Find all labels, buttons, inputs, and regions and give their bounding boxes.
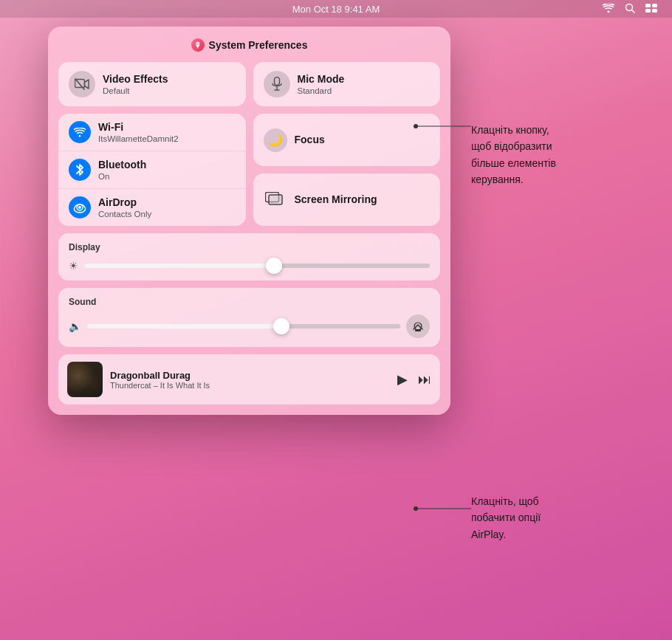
panel-title: 🎙 System Preferences: [58, 38, 440, 52]
callout-2-text: Клацніть, щобпобачити опціїAirPlay.: [471, 493, 541, 543]
wifi-sublabel: ItsWillametteDamnit2: [98, 134, 179, 143]
screen-mirroring-card[interactable]: Screen Mirroring: [253, 173, 441, 226]
airdrop-item[interactable]: AirDrop Contacts Only: [58, 189, 246, 226]
callout-1: Клацніть кнопку,щоб відобразитибільше ел…: [471, 122, 556, 188]
play-button[interactable]: ▶: [397, 371, 408, 388]
svg-point-19: [414, 124, 418, 128]
volume-slider-row: 🔈: [69, 314, 430, 338]
mic-mode-icon: [264, 71, 290, 97]
menubar: Mon Oct 18 9:41 AM: [0, 0, 672, 18]
mic-mode-card[interactable]: Mic Mode Standard: [253, 62, 441, 106]
wifi-text: Wi-Fi ItsWillametteDamnit2: [98, 121, 179, 143]
screen-mirroring-label: Screen Mirroring: [295, 193, 377, 206]
video-effects-icon: [69, 71, 95, 97]
menubar-time: Mon Oct 18 9:41 AM: [292, 4, 380, 15]
airdrop-icon: [69, 196, 91, 219]
skip-button[interactable]: ⏭: [418, 372, 431, 388]
brightness-slider[interactable]: [84, 264, 430, 268]
search-menubar-icon[interactable]: [625, 3, 635, 16]
svg-point-13: [78, 206, 81, 209]
mid-row: Wi-Fi ItsWillametteDamnit2 Bluetooth On: [58, 114, 440, 226]
sound-section: Sound 🔈: [58, 288, 440, 347]
right-group: 🌙 Focus Screen Mirroring: [253, 114, 441, 226]
callout-2: Клацніть, щобпобачити опціїAirPlay.: [471, 493, 541, 543]
airdrop-sublabel: Contacts Only: [98, 210, 151, 219]
now-playing-artist: Thundercat – It Is What It Is: [110, 381, 390, 390]
mic-mode-label: Mic Mode: [298, 73, 345, 86]
brightness-slider-row: ☀: [69, 260, 430, 272]
video-effects-card[interactable]: Video Effects Default: [58, 62, 246, 106]
svg-rect-2: [645, 4, 651, 7]
bluetooth-icon: [69, 159, 91, 181]
focus-card[interactable]: 🌙 Focus: [253, 114, 441, 166]
svg-rect-5: [652, 9, 657, 13]
svg-rect-4: [645, 9, 651, 13]
airplay-button[interactable]: [406, 314, 430, 338]
video-effects-sublabel: Default: [103, 86, 168, 95]
mic-mode-sublabel: Standard: [298, 86, 345, 95]
wifi-menubar-icon[interactable]: [603, 3, 614, 15]
album-art: [67, 362, 103, 397]
callout-1-text: Клацніть кнопку,щоб відобразитибільше ел…: [471, 122, 556, 188]
menubar-right: [603, 3, 657, 16]
airdrop-label: AirDrop: [98, 196, 151, 209]
now-playing-info: Dragonball Durag Thundercat – It Is What…: [110, 370, 390, 390]
video-effects-label: Video Effects: [103, 73, 168, 86]
bluetooth-item[interactable]: Bluetooth On: [58, 151, 246, 189]
now-playing-section: Dragonball Durag Thundercat – It Is What…: [58, 354, 440, 405]
wifi-label: Wi-Fi: [98, 121, 179, 134]
focus-icon: 🌙: [264, 128, 287, 152]
wifi-item[interactable]: Wi-Fi ItsWillametteDamnit2: [58, 114, 246, 151]
brightness-low-icon: ☀: [69, 260, 78, 272]
wifi-icon: [69, 121, 91, 143]
volume-icon: 🔈: [69, 320, 81, 332]
bluetooth-sublabel: On: [98, 172, 146, 181]
mic-mode-text: Mic Mode Standard: [298, 73, 345, 95]
svg-rect-9: [274, 78, 279, 86]
svg-point-17: [414, 323, 422, 330]
panel-title-icon: 🎙: [191, 38, 205, 52]
svg-rect-3: [652, 4, 657, 7]
airdrop-text: AirDrop Contacts Only: [98, 196, 151, 219]
display-label: Display: [69, 242, 430, 252]
top-row: Video Effects Default Mic Mode Standard: [58, 62, 440, 106]
svg-point-21: [414, 506, 418, 511]
volume-slider[interactable]: [87, 324, 400, 328]
network-group: Wi-Fi ItsWillametteDamnit2 Bluetooth On: [58, 114, 246, 226]
now-playing-controls: ▶ ⏭: [397, 371, 431, 388]
video-effects-text: Video Effects Default: [103, 73, 168, 95]
focus-label: Focus: [295, 134, 325, 146]
screen-mirroring-icon: [264, 188, 287, 212]
svg-rect-15: [269, 195, 282, 204]
control-center-panel: 🎙 System Preferences Video Effects Defau…: [48, 27, 450, 415]
display-section: Display ☀: [58, 233, 440, 281]
panel-title-text: System Preferences: [209, 39, 308, 51]
bluetooth-label: Bluetooth: [98, 159, 146, 171]
bluetooth-text: Bluetooth On: [98, 159, 146, 181]
svg-line-1: [632, 10, 635, 13]
control-center-menubar-icon[interactable]: [645, 3, 657, 15]
now-playing-title: Dragonball Durag: [110, 370, 390, 381]
sound-label: Sound: [69, 297, 430, 307]
